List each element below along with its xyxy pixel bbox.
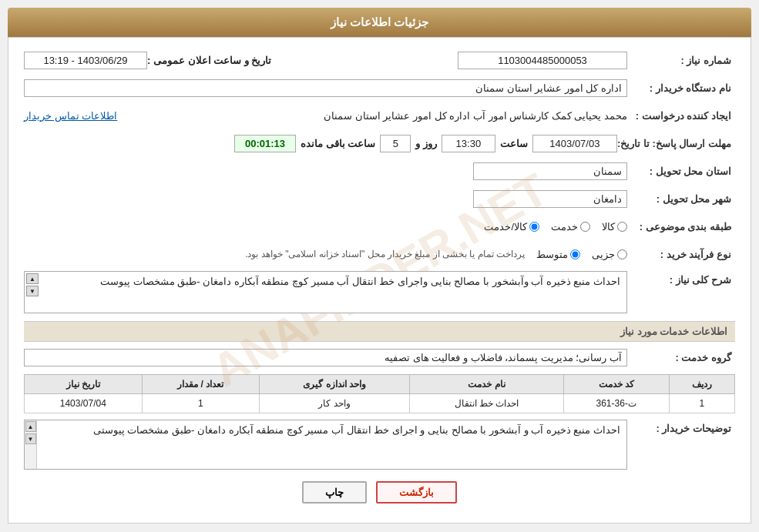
category-row: طبقه بندی موضوعی : کالا خدمت کالا/خدمت bbox=[24, 216, 735, 237]
scroll-up-need[interactable]: ▲ bbox=[26, 273, 39, 284]
category-radio-khedmat[interactable] bbox=[580, 222, 590, 232]
contact-info-link[interactable]: اطلاعات تماس خریدار bbox=[24, 110, 117, 122]
send-days-value: 5 bbox=[380, 135, 411, 152]
button-row: بازگشت چاپ bbox=[24, 481, 735, 511]
category-label-khedmat: خدمت bbox=[551, 221, 578, 233]
province-value-cell: سمنان bbox=[24, 162, 627, 180]
services-table-header: ردیف کد خدمت نام خدمت واحد اندازه گیری ت… bbox=[25, 375, 735, 394]
category-khedmat: خدمت bbox=[551, 221, 590, 233]
buyer-notes-scrollbar: ▲ ▼ bbox=[25, 420, 37, 469]
category-kala: کالا bbox=[602, 221, 627, 233]
send-date-label: مهلت ارسال پاسخ: تا تاریخ: bbox=[617, 138, 735, 149]
print-button[interactable]: چاپ bbox=[302, 481, 367, 504]
col-service-name: نام خدمت bbox=[410, 375, 563, 394]
buyer-notes-box: ▲ ▼ احداث منبع ذخیره آب و آبشخور با مصال… bbox=[24, 420, 627, 470]
province-row: استان محل تحویل : سمنان bbox=[24, 160, 735, 182]
need-description-box: ▲ ▼ احداث منبع ذخیره آب وآبشخور با مصالح… bbox=[24, 271, 627, 313]
purchase-type-motevaset: متوسط bbox=[536, 249, 580, 260]
service-group-value-cell: آب رسانی؛ مدیریت پسماند، فاضلاب و فعالیت… bbox=[24, 349, 627, 366]
purchase-type-note: پرداخت تمام یا بخشی از مبلغ خریدار محل "… bbox=[245, 249, 525, 259]
scroll-arrows-need: ▲ ▼ bbox=[26, 273, 39, 296]
city-row: شهر محل تحویل : دامغان bbox=[24, 188, 735, 209]
buyer-org-label: نام دستگاه خریدار : bbox=[627, 82, 735, 94]
cell-row-num: 1 bbox=[669, 394, 734, 413]
category-kala-khedmat: کالا/خدمت bbox=[484, 221, 539, 233]
city-value-cell: دامغان bbox=[24, 190, 627, 208]
purchase-radio-jozi[interactable] bbox=[617, 249, 627, 259]
cell-service-code: ت-36-361 bbox=[563, 394, 669, 413]
remaining-label: ساعت باقی مانده bbox=[301, 138, 375, 149]
need-description-value-cell: ▲ ▼ احداث منبع ذخیره آب وآبشخور با مصالح… bbox=[24, 271, 627, 313]
need-description-value: احداث منبع ذخیره آب وآبشخور با مصالح بنا… bbox=[100, 276, 620, 287]
need-number-row: شماره نیاز : 1103004485000053 تاریخ و سا… bbox=[24, 49, 735, 71]
need-number-value: 1103004485000053 bbox=[458, 52, 627, 69]
cell-need-date: 1403/07/04 bbox=[25, 394, 143, 413]
page-header: جزئیات اطلاعات نیاز bbox=[8, 8, 751, 37]
purchase-type-jozi: جزیی bbox=[592, 249, 627, 260]
col-need-date: تاریخ نیاز bbox=[25, 375, 143, 394]
scroll-down-need[interactable]: ▼ bbox=[26, 286, 39, 296]
service-group-row: گروه خدمت : آب رسانی؛ مدیریت پسماند، فاض… bbox=[24, 346, 735, 368]
send-days-label: روز و bbox=[415, 138, 437, 149]
services-section-label: اطلاعات خدمات مورد نیاز bbox=[620, 326, 727, 337]
city-value: دامغان bbox=[473, 190, 627, 208]
buyer-notes-value: احداث منبع ذخیره آب و آبشخور با مصالح بن… bbox=[93, 424, 620, 436]
send-time-value: 13:30 bbox=[442, 135, 495, 152]
services-section-header: اطلاعات خدمات مورد نیاز bbox=[24, 321, 735, 342]
category-label-kala-khedmat: کالا/خدمت bbox=[484, 221, 527, 233]
col-unit: واحد اندازه گیری bbox=[260, 375, 410, 394]
creator-label: ایجاد کننده درخواست : bbox=[627, 110, 735, 122]
need-number-value-cell: 1103004485000053 bbox=[279, 52, 627, 69]
scrollbar-down-notes[interactable]: ▼ bbox=[25, 433, 36, 444]
province-label: استان محل تحویل : bbox=[627, 166, 735, 177]
col-row-num: ردیف bbox=[669, 375, 734, 394]
services-table: ردیف کد خدمت نام خدمت واحد اندازه گیری ت… bbox=[24, 374, 735, 413]
category-label-kala: کالا bbox=[602, 221, 615, 233]
buyer-org-value: اداره کل امور عشایر استان سمنان bbox=[24, 79, 627, 97]
service-group-label: گروه خدمت : bbox=[627, 352, 735, 363]
purchase-type-options: جزیی متوسط پرداخت تمام یا بخشی از مبلغ خ… bbox=[24, 249, 627, 260]
send-time-label: ساعت bbox=[500, 138, 528, 149]
purchase-type-row: نوع فرآیند خرید : جزیی متوسط پرداخت تمام… bbox=[24, 243, 735, 265]
city-label: شهر محل تحویل : bbox=[627, 193, 735, 205]
col-quantity: تعداد / مقدار bbox=[142, 375, 259, 394]
send-date-value: 1403/07/03 bbox=[532, 135, 617, 152]
purchase-radio-motevaset[interactable] bbox=[570, 249, 580, 259]
send-date-value-cell: 1403/07/03 ساعت 13:30 روز و 5 ساعت باقی … bbox=[24, 135, 617, 152]
category-radio-kala-khedmat[interactable] bbox=[529, 222, 539, 232]
need-number-label: شماره نیاز : bbox=[627, 55, 735, 66]
buyer-org-row: نام دستگاه خریدار : اداره کل امور عشایر … bbox=[24, 77, 735, 99]
purchase-type-label: نوع فرآیند خرید : bbox=[627, 249, 735, 260]
send-date-row: مهلت ارسال پاسخ: تا تاریخ: 1403/07/03 سا… bbox=[24, 132, 735, 154]
remaining-value: 00:01:13 bbox=[234, 135, 296, 152]
buyer-notes-label: توضیحات خریدار : bbox=[627, 420, 735, 434]
col-service-code: کد خدمت bbox=[563, 375, 669, 394]
creator-row: ایجاد کننده درخواست : محمد یحیایی کمک کا… bbox=[24, 105, 735, 126]
creator-value: محمد یحیایی کمک کارشناس امور آب اداره کل… bbox=[122, 110, 627, 122]
service-group-value: آب رسانی؛ مدیریت پسماند، فاضلاب و فعالیت… bbox=[24, 349, 627, 366]
category-label: طبقه بندی موضوعی : bbox=[627, 221, 735, 233]
need-description-label: شرح کلی نیاز : bbox=[627, 271, 735, 286]
page-title: جزئیات اطلاعات نیاز bbox=[331, 15, 428, 28]
category-options: کالا خدمت کالا/خدمت bbox=[24, 221, 627, 233]
cell-service-name: احداث خط انتقال bbox=[410, 394, 563, 413]
announcement-label: تاریخ و ساعت اعلان عمومی : bbox=[147, 55, 279, 66]
back-button[interactable]: بازگشت bbox=[376, 481, 457, 504]
creator-value-cell: محمد یحیایی کمک کارشناس امور آب اداره کل… bbox=[24, 110, 627, 122]
buyer-notes-value-cell: ▲ ▼ احداث منبع ذخیره آب و آبشخور با مصال… bbox=[24, 420, 627, 470]
services-table-body: 1 ت-36-361 احداث خط انتقال واحد کار 1 14… bbox=[25, 394, 735, 413]
scrollbar-up-notes[interactable]: ▲ bbox=[25, 421, 36, 432]
announcement-datetime-value: 1403/06/29 - 13:19 bbox=[24, 52, 147, 69]
need-description-row: شرح کلی نیاز : ▲ ▼ احداث منبع ذخیره آب و… bbox=[24, 271, 735, 313]
purchase-label-jozi: جزیی bbox=[592, 249, 615, 260]
cell-unit: واحد کار bbox=[260, 394, 410, 413]
buyer-org-value-cell: اداره کل امور عشایر استان سمنان bbox=[24, 79, 627, 97]
table-row: 1 ت-36-361 احداث خط انتقال واحد کار 1 14… bbox=[25, 394, 735, 413]
province-value: سمنان bbox=[473, 162, 627, 180]
purchase-label-motevaset: متوسط bbox=[536, 249, 568, 260]
buyer-notes-row: توضیحات خریدار : ▲ ▼ احداث منبع ذخیره آب… bbox=[24, 420, 735, 470]
cell-quantity: 1 bbox=[142, 394, 259, 413]
category-radio-kala[interactable] bbox=[617, 222, 627, 232]
